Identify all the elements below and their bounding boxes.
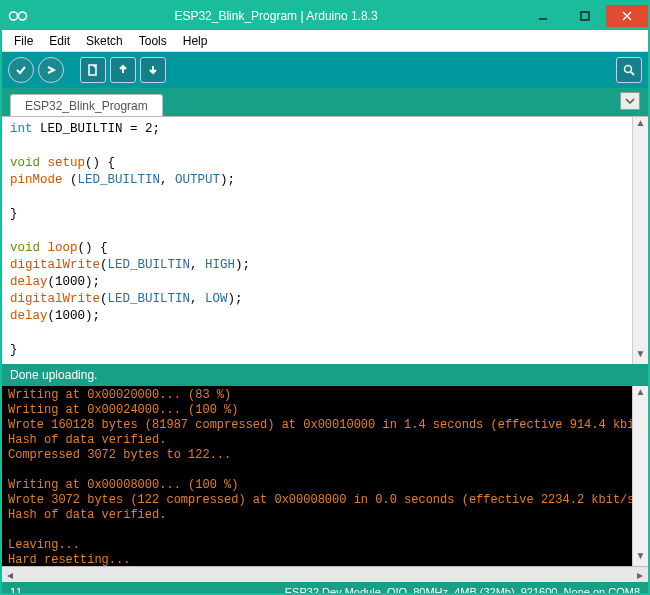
save-button[interactable] xyxy=(140,57,166,83)
svg-point-7 xyxy=(625,66,632,73)
status-bar: Done uploading. xyxy=(2,364,648,386)
editor-pane: int LED_BUILTIN = 2; void setup() { pinM… xyxy=(2,116,648,364)
svg-line-8 xyxy=(631,72,634,75)
open-button[interactable] xyxy=(110,57,136,83)
menu-help[interactable]: Help xyxy=(177,32,214,50)
verify-button[interactable] xyxy=(8,57,34,83)
new-button[interactable] xyxy=(80,57,106,83)
horizontal-scrollbar[interactable]: ◂ ▸ xyxy=(2,566,648,582)
close-button[interactable] xyxy=(606,5,648,27)
toolbar xyxy=(2,52,648,88)
window-titlebar: ESP32_Blink_Program | Arduino 1.8.3 xyxy=(2,2,648,30)
menu-tools[interactable]: Tools xyxy=(133,32,173,50)
menu-edit[interactable]: Edit xyxy=(43,32,76,50)
tab-active[interactable]: ESP32_Blink_Program xyxy=(10,94,163,117)
svg-point-1 xyxy=(19,12,27,20)
console-output[interactable]: Writing at 0x00020000... (83 %) Writing … xyxy=(2,386,648,566)
window-title: ESP32_Blink_Program | Arduino 1.8.3 xyxy=(30,9,522,23)
tabbar: ESP32_Blink_Program xyxy=(2,88,648,116)
tab-menu-button[interactable] xyxy=(620,92,640,110)
board-info: ESP32 Dev Module, QIO, 80MHz, 4MB (32Mb)… xyxy=(70,586,640,595)
line-number: 11 xyxy=(10,586,70,595)
maximize-button[interactable] xyxy=(564,5,606,27)
console-vertical-scrollbar[interactable]: ▲ ▼ xyxy=(632,386,648,566)
minimize-button[interactable] xyxy=(522,5,564,27)
svg-rect-3 xyxy=(581,12,589,20)
menubar: File Edit Sketch Tools Help xyxy=(2,30,648,52)
upload-button[interactable] xyxy=(38,57,64,83)
footer-bar: 11 ESP32 Dev Module, QIO, 80MHz, 4MB (32… xyxy=(2,582,648,595)
svg-point-0 xyxy=(10,12,18,20)
status-message: Done uploading. xyxy=(10,368,97,382)
menu-file[interactable]: File xyxy=(8,32,39,50)
serial-monitor-button[interactable] xyxy=(616,57,642,83)
menu-sketch[interactable]: Sketch xyxy=(80,32,129,50)
console-pane: Writing at 0x00020000... (83 %) Writing … xyxy=(2,386,648,566)
code-editor[interactable]: int LED_BUILTIN = 2; void setup() { pinM… xyxy=(2,117,648,364)
editor-vertical-scrollbar[interactable]: ▲ ▼ xyxy=(632,117,648,364)
arduino-logo-icon xyxy=(6,5,30,27)
